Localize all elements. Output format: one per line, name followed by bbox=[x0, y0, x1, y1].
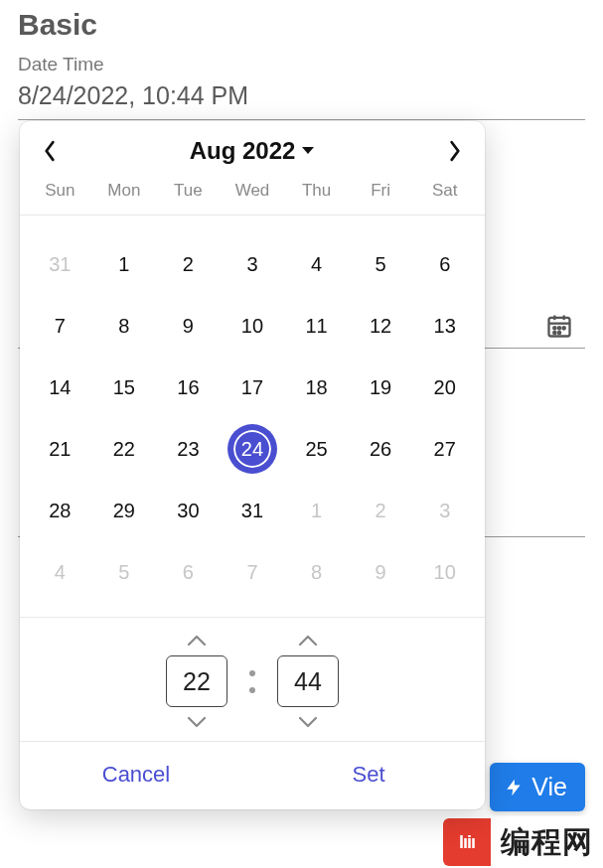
watermark-text: 编程网 bbox=[491, 822, 603, 863]
month-label: Aug 2022 bbox=[190, 137, 296, 165]
hour-down-button[interactable] bbox=[185, 713, 209, 731]
day-cell[interactable]: 21 bbox=[28, 418, 92, 480]
day-cell[interactable]: 20 bbox=[412, 357, 477, 418]
day-cell[interactable]: 27 bbox=[412, 418, 477, 480]
datetime-picker-popup: Aug 2022 SunMonTueWedThuFriSat 311234567… bbox=[20, 121, 485, 809]
day-cell[interactable]: 11 bbox=[284, 295, 349, 357]
day-cell[interactable]: 3 bbox=[221, 233, 285, 295]
svg-point-5 bbox=[558, 327, 560, 329]
weekday-label: Thu bbox=[284, 181, 349, 201]
minute-up-button[interactable] bbox=[296, 632, 320, 650]
weekday-label: Sun bbox=[28, 181, 92, 201]
bolt-icon bbox=[504, 776, 524, 799]
weekday-label: Wed bbox=[221, 181, 285, 201]
day-cell[interactable]: 2 bbox=[156, 233, 221, 295]
day-cell[interactable]: 18 bbox=[284, 357, 349, 418]
day-cell[interactable]: 6 bbox=[412, 233, 477, 295]
watermark-logo: lıiı bbox=[443, 818, 491, 866]
day-cell[interactable]: 4 bbox=[284, 233, 349, 295]
day-cell[interactable]: 10 bbox=[412, 541, 477, 603]
weekday-label: Fri bbox=[349, 181, 413, 201]
day-cell[interactable]: 1 bbox=[284, 480, 349, 541]
watermark: lıiı 编程网 bbox=[439, 816, 603, 868]
day-cell[interactable]: 5 bbox=[92, 541, 157, 603]
hour-up-button[interactable] bbox=[185, 632, 209, 650]
set-button[interactable]: Set bbox=[252, 742, 485, 809]
day-cell-selected[interactable]: 24 bbox=[221, 418, 285, 480]
view-button[interactable]: Vie bbox=[490, 763, 585, 811]
svg-point-4 bbox=[553, 327, 555, 329]
day-cell[interactable]: 1 bbox=[92, 233, 157, 295]
day-cell[interactable]: 13 bbox=[412, 295, 477, 357]
month-selector[interactable]: Aug 2022 bbox=[190, 137, 316, 165]
day-cell[interactable]: 15 bbox=[92, 357, 157, 418]
weekday-label: Mon bbox=[92, 181, 157, 201]
day-cell[interactable]: 31 bbox=[221, 480, 285, 541]
day-cell[interactable]: 14 bbox=[28, 357, 92, 418]
weekday-label: Tue bbox=[156, 181, 221, 201]
day-cell[interactable]: 25 bbox=[284, 418, 349, 480]
day-cell[interactable]: 8 bbox=[284, 541, 349, 603]
caret-down-icon bbox=[301, 146, 315, 156]
day-cell[interactable]: 31 bbox=[28, 233, 92, 295]
day-cell[interactable]: 23 bbox=[156, 418, 221, 480]
day-cell[interactable]: 8 bbox=[92, 295, 157, 357]
day-cell[interactable]: 19 bbox=[349, 357, 413, 418]
day-cell[interactable]: 12 bbox=[349, 295, 413, 357]
day-cell[interactable]: 22 bbox=[92, 418, 157, 480]
day-cell[interactable]: 7 bbox=[28, 295, 92, 357]
datetime-value[interactable]: 8/24/2022, 10:44 PM bbox=[18, 81, 585, 114]
day-cell[interactable]: 16 bbox=[156, 357, 221, 418]
day-cell[interactable]: 17 bbox=[221, 357, 285, 418]
calendar-icon[interactable] bbox=[545, 312, 573, 340]
svg-point-6 bbox=[563, 327, 565, 329]
day-cell[interactable]: 3 bbox=[412, 480, 477, 541]
day-cell[interactable]: 10 bbox=[221, 295, 285, 357]
minute-down-button[interactable] bbox=[296, 713, 320, 731]
day-cell[interactable]: 29 bbox=[92, 480, 157, 541]
page-title: Basic bbox=[18, 8, 585, 42]
day-cell[interactable]: 4 bbox=[28, 541, 92, 603]
day-cell[interactable]: 9 bbox=[156, 295, 221, 357]
day-cell[interactable]: 6 bbox=[156, 541, 221, 603]
day-cell[interactable]: 5 bbox=[349, 233, 413, 295]
input-underline bbox=[18, 119, 585, 120]
weekday-label: Sat bbox=[412, 181, 477, 201]
svg-point-7 bbox=[553, 332, 555, 334]
day-cell[interactable]: 30 bbox=[156, 480, 221, 541]
hour-input[interactable]: 22 bbox=[166, 655, 227, 707]
day-cell[interactable]: 2 bbox=[349, 480, 413, 541]
field-label: Date Time bbox=[18, 54, 585, 75]
cancel-button[interactable]: Cancel bbox=[20, 742, 252, 809]
day-cell[interactable]: 26 bbox=[349, 418, 413, 480]
next-month-button[interactable] bbox=[441, 137, 469, 165]
prev-month-button[interactable] bbox=[36, 137, 64, 165]
minute-input[interactable]: 44 bbox=[277, 655, 339, 707]
svg-point-8 bbox=[558, 332, 560, 334]
day-cell[interactable]: 9 bbox=[349, 541, 413, 603]
time-separator bbox=[249, 670, 255, 693]
view-button-label: Vie bbox=[531, 773, 567, 801]
day-cell[interactable]: 28 bbox=[28, 480, 92, 541]
day-cell[interactable]: 7 bbox=[221, 541, 285, 603]
